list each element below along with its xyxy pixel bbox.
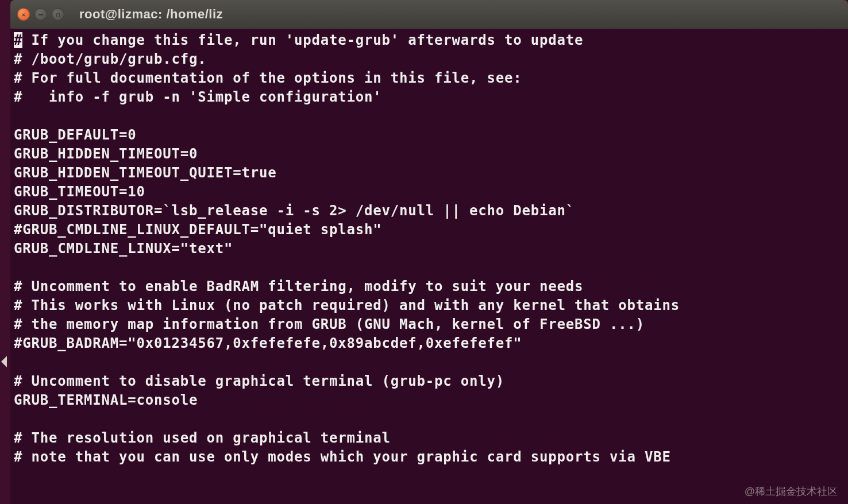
titlebar[interactable]: root@lizmac: /home/liz — [10, 0, 848, 29]
window-title: root@lizmac: /home/liz — [79, 7, 223, 22]
cursor: # — [14, 32, 22, 48]
maximize-button[interactable] — [52, 8, 64, 21]
terminal-text: If you change this file, run 'update-gru… — [14, 32, 680, 465]
terminal-body[interactable]: # If you change this file, run 'update-g… — [10, 29, 848, 504]
window-controls — [17, 8, 64, 21]
minimize-button[interactable] — [34, 8, 47, 21]
terminal-window: root@lizmac: /home/liz # If you change t… — [10, 0, 848, 504]
terminal-content[interactable]: # If you change this file, run 'update-g… — [14, 31, 845, 467]
close-button[interactable] — [17, 8, 30, 21]
unity-launcher-edge — [0, 0, 10, 504]
watermark: @稀土掘金技术社区 — [745, 484, 838, 498]
